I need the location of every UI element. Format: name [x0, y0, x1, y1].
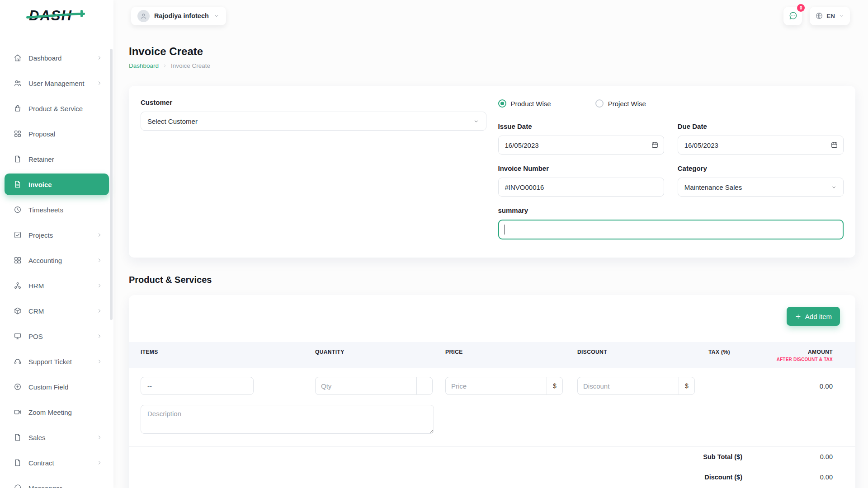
invoice-details-column: Product Wise Project Wise Issue Date Due…	[498, 99, 844, 239]
headset-icon	[14, 357, 22, 366]
sidebar-item-pos[interactable]: POS	[5, 325, 109, 347]
users-icon	[14, 79, 22, 87]
invoice-number-input[interactable]	[498, 178, 664, 197]
item-select[interactable]: --	[141, 377, 254, 395]
issue-date-field-group: Issue Date	[498, 122, 664, 155]
price-header: PRICE	[445, 349, 577, 355]
calendar-icon[interactable]	[651, 141, 659, 149]
tax-header: TAX (%)	[708, 349, 769, 355]
products-section-title: Product & Services	[129, 275, 855, 285]
radio-unchecked-icon	[595, 99, 604, 108]
category-select[interactable]: Maintenance Sales	[678, 178, 844, 197]
sidebar-item-contract[interactable]: Contract	[5, 452, 109, 474]
sidebar-item-product-service[interactable]: Product & Service	[5, 98, 109, 119]
product-wise-radio[interactable]: Product Wise	[498, 99, 551, 108]
hierarchy-icon	[14, 282, 22, 290]
sidebar-item-label: Timesheets	[28, 206, 103, 214]
plus-circle-icon	[14, 383, 22, 391]
chevron-down-icon	[838, 13, 844, 19]
sidebar-item-user-management[interactable]: User Management	[5, 72, 109, 94]
items-header: ITEMS	[141, 349, 315, 355]
sidebar-item-dashboard[interactable]: Dashboard	[5, 47, 109, 69]
breadcrumb-dashboard-link[interactable]: Dashboard	[129, 62, 159, 69]
currency-addon: $	[679, 377, 695, 395]
quantity-header: QUANTITY	[315, 349, 445, 355]
invoice-form-card: Customer Select Customer Product Wise Pr…	[129, 86, 855, 258]
chevron-right-icon	[96, 232, 103, 238]
invoice-number-input-wrap	[498, 178, 664, 197]
sidebar-item-label: Proposal	[28, 130, 103, 138]
summary-label: summary	[498, 206, 844, 214]
chevron-right-icon	[96, 434, 103, 441]
sidebar-item-support-ticket[interactable]: Support Ticket	[5, 351, 109, 372]
company-name: Rajodiya infotech	[154, 12, 209, 19]
invoice-number-field-group: Invoice Number	[498, 164, 664, 197]
sidebar-item-proposal[interactable]: Proposal	[5, 123, 109, 145]
due-date-field-group: Due Date	[678, 122, 844, 155]
due-date-label: Due Date	[678, 122, 844, 130]
clock-icon	[14, 206, 22, 214]
sidebar-item-custom-field[interactable]: Custom Field	[5, 376, 109, 398]
discount-total-value: 0.00	[742, 474, 833, 481]
sidebar-item-retainer[interactable]: Retainer	[5, 148, 109, 170]
issue-date-input-wrap	[498, 136, 664, 155]
sidebar-item-hrm[interactable]: HRM	[5, 275, 109, 296]
sidebar-item-messenger[interactable]: Messenger	[5, 477, 109, 488]
description-textarea[interactable]	[141, 405, 434, 434]
add-item-button[interactable]: Add item	[787, 307, 840, 326]
chevron-right-icon	[96, 55, 103, 61]
customer-column: Customer Select Customer	[141, 99, 486, 239]
issue-date-label: Issue Date	[498, 122, 664, 130]
quantity-input[interactable]	[315, 377, 416, 395]
sidebar-scrollbar[interactable]	[110, 49, 113, 320]
sidebar-item-label: User Management	[28, 80, 96, 87]
sidebar-item-label: Messenger	[28, 484, 103, 488]
discount-input-group: $	[577, 377, 708, 395]
price-input[interactable]	[445, 377, 547, 395]
language-label: EN	[826, 13, 835, 19]
chevron-right-icon	[96, 358, 103, 365]
main-content: Invoice Create Dashboard Invoice Create …	[113, 32, 868, 488]
plus-icon	[795, 313, 802, 320]
globe-icon	[815, 12, 823, 20]
sidebar-item-label: HRM	[28, 282, 96, 290]
sidebar-item-accounting[interactable]: Accounting	[5, 249, 109, 271]
file-icon	[14, 459, 22, 467]
file-icon	[14, 155, 22, 163]
customer-select-value: Select Customer	[147, 117, 198, 125]
topbar-actions: 0 EN	[783, 7, 850, 25]
sidebar-item-label: Sales	[28, 434, 96, 441]
sidebar-item-invoice[interactable]: Invoice	[5, 174, 109, 195]
customer-select[interactable]: Select Customer	[141, 112, 486, 131]
breadcrumb-current: Invoice Create	[171, 62, 210, 69]
sidebar-item-zoom-meeting[interactable]: Zoom Meeting	[5, 401, 109, 423]
sidebar-item-sales[interactable]: Sales	[5, 427, 109, 448]
sidebar-item-crm[interactable]: CRM	[5, 300, 109, 322]
calendar-icon[interactable]	[830, 141, 838, 149]
amount-header-note: AFTER DISCOUNT & TAX	[769, 357, 833, 362]
chevron-right-icon	[96, 333, 103, 339]
sidebar-item-projects[interactable]: Projects	[5, 224, 109, 246]
discount-header: DISCOUNT	[577, 349, 708, 355]
sidebar-item-label: Invoice	[28, 181, 103, 188]
messages-button[interactable]: 0	[783, 7, 802, 25]
app-logo[interactable]: DASH	[0, 0, 113, 32]
sidebar-item-label: Retainer	[28, 155, 103, 163]
monitor-icon	[14, 332, 22, 340]
chevron-right-icon	[96, 257, 103, 263]
chevron-right-icon	[96, 308, 103, 314]
add-item-label: Add item	[805, 313, 832, 320]
chat-bubble-icon	[788, 11, 797, 20]
sidebar-item-label: POS	[28, 333, 96, 340]
discount-input[interactable]	[577, 377, 679, 395]
subtotal-label: Sub Total ($)	[703, 453, 742, 460]
company-selector[interactable]: Rajodiya infotech	[131, 7, 226, 25]
issue-date-input[interactable]	[498, 136, 664, 155]
project-wise-radio[interactable]: Project Wise	[595, 99, 646, 108]
summary-textarea[interactable]	[498, 220, 844, 239]
sidebar-item-timesheets[interactable]: Timesheets	[5, 199, 109, 221]
due-date-input[interactable]	[678, 136, 844, 155]
sidebar-item-label: Dashboard	[28, 54, 96, 62]
due-date-input-wrap	[678, 136, 844, 155]
language-selector[interactable]: EN	[810, 7, 850, 25]
